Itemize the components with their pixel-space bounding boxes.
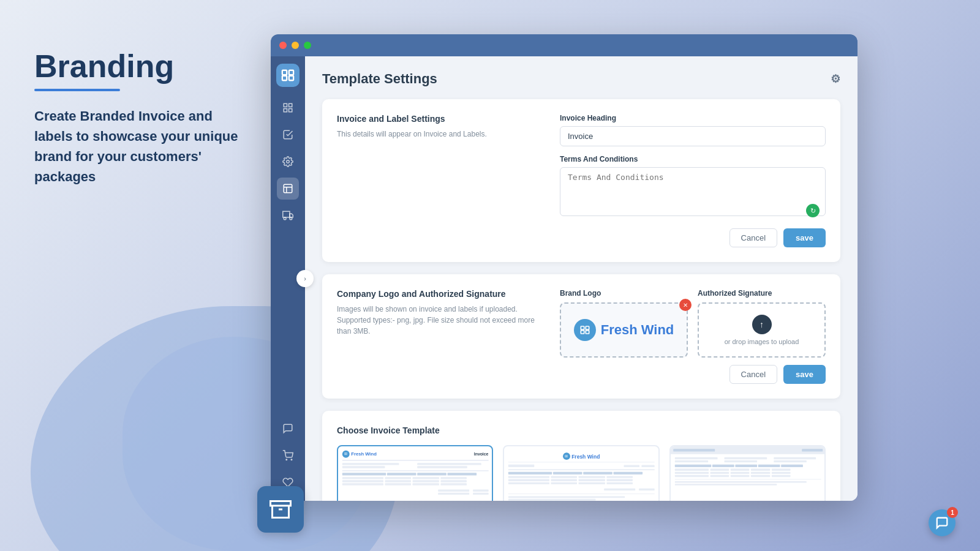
logo-settings-actions: Cancel save xyxy=(560,365,826,384)
traffic-light-green[interactable] xyxy=(304,42,311,49)
invoice-settings-right: Invoice Heading Terms And Conditions ↻ C… xyxy=(560,114,826,247)
logo-text: Fresh Wind xyxy=(601,322,674,338)
svg-rect-12 xyxy=(283,211,290,217)
svg-rect-9 xyxy=(284,184,292,193)
terms-label: Terms And Conditions xyxy=(560,155,826,163)
template-option-2[interactable]: ⊞ Fresh Wind xyxy=(503,445,659,501)
sidebar-item-settings[interactable] xyxy=(277,151,299,173)
sidebar-item-orders[interactable] xyxy=(277,124,299,146)
svg-rect-21 xyxy=(586,331,589,334)
sidebar-item-template[interactable] xyxy=(277,178,299,200)
invoice-settings-actions: Cancel save xyxy=(560,228,826,247)
svg-point-17 xyxy=(291,459,292,460)
sidebar-item-grid[interactable] xyxy=(277,97,299,119)
authorized-sig-box: Authorized Signature ↑ or drop images to… xyxy=(698,289,826,358)
title-underline xyxy=(34,89,120,91)
svg-rect-4 xyxy=(284,103,287,107)
app-window: › Template Settings ⚙ Invoice and Label … xyxy=(271,34,858,501)
invoice-heading-input[interactable] xyxy=(560,126,826,146)
template-2-preview: ⊞ Fresh Wind xyxy=(504,446,658,501)
template-option-1[interactable]: ⊞ Fresh Wind Invoice xyxy=(337,445,493,501)
template-grid: ⊞ Fresh Wind Invoice xyxy=(337,445,826,501)
svg-point-14 xyxy=(284,217,286,220)
svg-rect-5 xyxy=(289,103,292,107)
svg-rect-19 xyxy=(586,326,589,329)
sidebar-logo[interactable] xyxy=(276,64,300,87)
upload-row: Brand Logo Fresh Wind xyxy=(560,289,826,358)
svg-rect-0 xyxy=(282,70,287,75)
logo-settings-card: Company Logo and Authorized Signature Im… xyxy=(322,274,840,399)
svg-rect-20 xyxy=(581,331,584,334)
svg-rect-2 xyxy=(282,76,287,80)
upload-arrow-icon: ↑ xyxy=(752,315,772,334)
page-header: Template Settings ⚙ xyxy=(322,71,840,87)
logo-settings-right: Brand Logo Fresh Wind xyxy=(560,289,826,384)
svg-rect-6 xyxy=(284,109,287,112)
brand-logo-box: Brand Logo Fresh Wind xyxy=(560,289,688,358)
heading-label: Invoice Heading xyxy=(560,114,826,122)
logo-icon xyxy=(574,319,596,341)
svg-point-16 xyxy=(286,459,287,460)
content-area: Template Settings ⚙ Invoice and Label Se… xyxy=(305,56,858,501)
template-option-3[interactable] xyxy=(669,445,826,501)
logo-cancel-button[interactable]: Cancel xyxy=(729,365,777,384)
traffic-light-yellow[interactable] xyxy=(292,42,299,49)
chat-badge: 1 xyxy=(947,507,958,518)
sidebar-collapse-button[interactable]: › xyxy=(296,270,314,287)
signature-upload-area[interactable]: ↑ or drop images to upload xyxy=(698,302,826,358)
logo-settings-title: Company Logo and Authorized Signature xyxy=(337,289,545,299)
invoice-settings-title: Invoice and Label Settings xyxy=(337,114,545,124)
logo-settings-desc: Images will be shown on invoice and labe… xyxy=(337,304,545,337)
template-1-preview: ⊞ Fresh Wind Invoice xyxy=(338,446,492,500)
logo-remove-button[interactable]: ✕ xyxy=(679,299,692,311)
svg-rect-1 xyxy=(289,70,293,75)
template-section-title: Choose Invoice Template xyxy=(337,425,826,435)
chat-button[interactable]: 1 xyxy=(929,509,956,536)
invoice-settings-card: Invoice and Label Settings This details … xyxy=(322,99,840,262)
svg-rect-22 xyxy=(271,501,291,506)
branding-title: Branding xyxy=(34,49,249,84)
terms-textarea[interactable] xyxy=(560,167,826,216)
svg-point-8 xyxy=(287,160,290,163)
left-panel: Branding Create Branded Invoice and labe… xyxy=(34,49,249,187)
page-title-text: Template Settings xyxy=(322,71,437,87)
brand-logo-upload-area[interactable]: Fresh Wind ✕ xyxy=(560,302,688,358)
invoice-settings-left: Invoice and Label Settings This details … xyxy=(337,114,545,247)
terms-textarea-wrapper: ↻ xyxy=(560,167,826,223)
app-body: › Template Settings ⚙ Invoice and Label … xyxy=(271,56,858,501)
branding-description: Create Branded Invoice and labels to sho… xyxy=(34,106,249,187)
template-3-preview xyxy=(671,446,825,490)
logo-preview: Fresh Wind xyxy=(574,319,674,341)
title-bar xyxy=(271,34,858,56)
upload-placeholder: ↑ or drop images to upload xyxy=(725,315,799,345)
svg-rect-7 xyxy=(289,109,292,112)
svg-rect-18 xyxy=(581,326,584,329)
floating-package-icon[interactable] xyxy=(257,486,304,533)
brand-logo-label: Brand Logo xyxy=(560,289,688,298)
svg-rect-3 xyxy=(289,76,293,80)
authorized-sig-label: Authorized Signature xyxy=(698,289,826,298)
svg-marker-13 xyxy=(290,214,293,217)
svg-point-15 xyxy=(290,217,292,220)
gear-button[interactable]: ⚙ xyxy=(831,72,840,86)
traffic-light-red[interactable] xyxy=(279,42,287,49)
sidebar-item-support[interactable] xyxy=(277,418,299,440)
sidebar: › xyxy=(271,56,305,501)
sidebar-item-cart[interactable] xyxy=(277,444,299,467)
logo-settings-left: Company Logo and Authorized Signature Im… xyxy=(337,289,545,384)
upload-hint-text: or drop images to upload xyxy=(725,338,799,345)
textarea-refresh-button[interactable]: ↻ xyxy=(806,204,820,217)
sidebar-item-shipping[interactable] xyxy=(277,204,299,227)
template-section: Choose Invoice Template ⊞ Fresh Wind Inv… xyxy=(322,411,840,501)
invoice-save-button[interactable]: save xyxy=(783,228,826,247)
logo-save-button[interactable]: save xyxy=(783,365,826,384)
invoice-cancel-button[interactable]: Cancel xyxy=(729,228,777,247)
invoice-settings-desc: This details will appear on Invoice and … xyxy=(337,129,545,140)
